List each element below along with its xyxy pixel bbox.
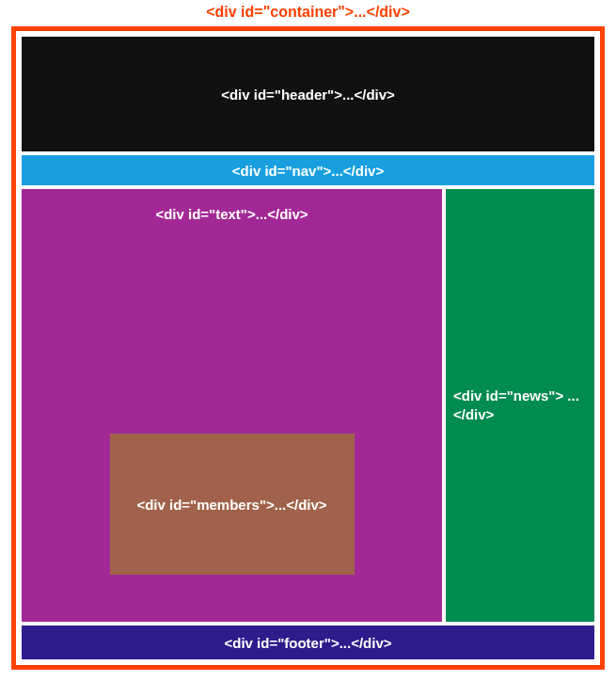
members-label: <div id="members">...</div> — [136, 497, 326, 513]
header-label: <div id="header">...</div> — [221, 87, 395, 103]
nav-box: <div id="nav">...</div> — [22, 155, 594, 185]
diagram-wrapper: <div id="container">...</div> <div id="h… — [0, 0, 616, 681]
members-box: <div id="members">...</div> — [110, 434, 355, 575]
nav-label: <div id="nav">...</div> — [232, 163, 384, 179]
footer-label: <div id="footer">...</div> — [224, 635, 391, 651]
footer-box: <div id="footer">...</div> — [22, 626, 594, 659]
text-box: <div id="text">...</div> <div id="member… — [22, 189, 442, 622]
news-label: <div id="news"> ...</div> — [453, 387, 594, 425]
header-box: <div id="header">...</div> — [22, 37, 594, 151]
container-label: <div id="container">...</div> — [0, 4, 616, 21]
mid-row: <div id="text">...</div> <div id="member… — [22, 189, 594, 622]
news-box: <div id="news"> ...</div> — [446, 189, 594, 622]
text-label: <div id="text">...</div> — [22, 206, 442, 222]
container-box: <div id="header">...</div> <div id="nav"… — [11, 26, 605, 670]
